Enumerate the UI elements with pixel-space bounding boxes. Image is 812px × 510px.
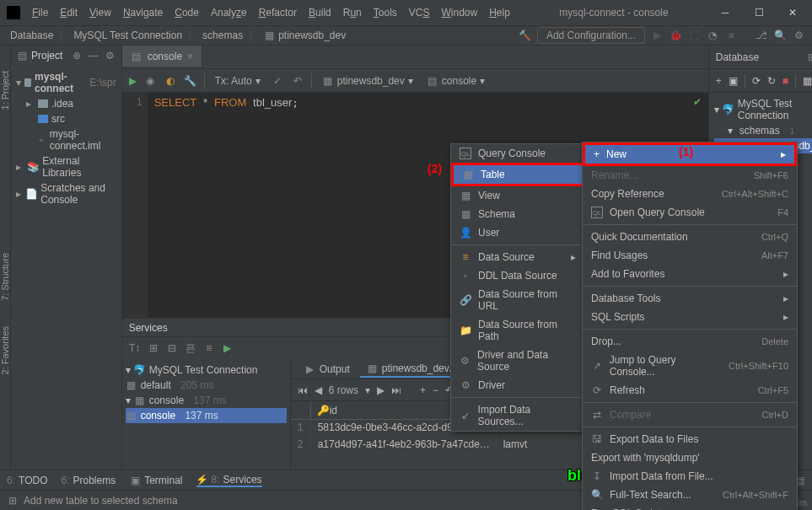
flat-icon[interactable]: ≡ [203, 342, 215, 354]
filter-icon[interactable]: T↕ [129, 342, 141, 354]
menu-driver[interactable]: ⚙Driver [451, 376, 584, 395]
tree-iml[interactable]: ▫mysql-connect.iml [16, 126, 116, 153]
close-button[interactable]: ✕ [780, 7, 805, 19]
menu-full-text-search[interactable]: 🔍Full-Text Search...Ctrl+Alt+Shift+F [583, 486, 797, 504]
tab-services[interactable]: ⚡8:Services [196, 474, 262, 487]
crumb-connection[interactable]: MySQL Test Connection [70, 30, 186, 41]
schema-select[interactable]: ▦ptinewsdb_dev ▾ [319, 73, 417, 89]
svc-console[interactable]: ▾▦console 137 ms [126, 393, 287, 408]
menu-refactor[interactable]: Refactor [254, 5, 302, 20]
tab-project[interactable]: 1: Project [0, 71, 10, 110]
menu-window[interactable]: Window [436, 5, 482, 20]
crumb-schemas[interactable]: schemas [199, 30, 246, 41]
menu-compare[interactable]: ⇄CompareCtrl+D [583, 405, 797, 424]
menu-run[interactable]: Run [338, 5, 367, 20]
commit-icon[interactable]: ✓ [271, 74, 284, 88]
menu-add-favorites[interactable]: Add to Favorites▸ [583, 265, 797, 283]
refresh-icon[interactable]: ⟳ [752, 75, 761, 87]
svc-default[interactable]: ▦default 205 ms [126, 378, 287, 393]
tree-idea[interactable]: ▸.idea [16, 96, 116, 111]
menu-quick-doc[interactable]: Quick DocumentationCtrl+Q [583, 228, 797, 246]
tab-output[interactable]: ▶Output [298, 362, 357, 377]
menu-view[interactable]: View [84, 5, 116, 20]
menu-ddl-data-source[interactable]: ▫DDL Data Source [451, 266, 584, 285]
menu-help[interactable]: Help [484, 5, 515, 20]
tab-todo[interactable]: 6:TODO [7, 475, 47, 486]
menu-import-datasources[interactable]: ↙Import Data Sources... [451, 400, 584, 431]
last-page-icon[interactable]: ⏭ [391, 384, 401, 396]
build-icon[interactable]: 🔨 [519, 29, 532, 42]
menu-sql-scripts[interactable]: SQL Scripts▸ [583, 308, 797, 326]
run-icon[interactable]: ▶ [222, 342, 234, 354]
menu-jump-query-console[interactable]: ↗Jump to Query Console...Ctrl+Shift+F10 [583, 351, 797, 381]
menu-refresh[interactable]: ⟳RefreshCtrl+F5 [583, 381, 797, 400]
gear-icon[interactable]: ⚙ [105, 50, 116, 62]
tab-favorites[interactable]: 2: Favorites [0, 326, 10, 374]
execute-plan-icon[interactable]: ◉ [143, 74, 157, 88]
menu-import-file[interactable]: ↧Import Data from File... [583, 467, 797, 486]
menu-table[interactable]: ▦Table [451, 163, 584, 186]
toggle-panels-icon[interactable]: ⊞ [7, 495, 19, 507]
coverage-icon[interactable]: ⛶ [687, 29, 701, 42]
explain-icon[interactable]: ◐ [164, 74, 177, 88]
debug-icon[interactable]: 🐞 [669, 29, 682, 42]
menu-user[interactable]: 👤User [451, 223, 584, 242]
close-tab-icon[interactable]: × [187, 51, 193, 62]
search-icon[interactable]: 🔍 [773, 29, 787, 42]
menu-code[interactable]: Code [169, 5, 204, 20]
settings-icon[interactable]: ⚙ [792, 29, 805, 42]
stop-icon[interactable]: ■ [782, 75, 788, 87]
menu-open-query-console[interactable]: QLOpen Query ConsoleF4 [583, 203, 797, 222]
layout-icon[interactable]: ⊞ [806, 51, 812, 63]
menu-navigate[interactable]: Navigate [118, 5, 168, 20]
first-page-icon[interactable]: ⏮ [298, 384, 308, 396]
tree-src[interactable]: src [16, 111, 116, 126]
console-select[interactable]: ▤console ▾ [423, 73, 488, 89]
menu-edit[interactable]: Edit [55, 5, 83, 20]
menu-find-usages[interactable]: Find UsagesAlt+F7 [583, 246, 797, 265]
menu-data-source[interactable]: ≡Data Source▸ [451, 248, 584, 266]
settings-icon[interactable]: 🔧 [184, 74, 197, 88]
col-num[interactable] [291, 401, 311, 419]
tab-structure[interactable]: 7: Structure [0, 253, 10, 301]
next-page-icon[interactable]: ▶ [377, 384, 384, 396]
menu-data-source-url[interactable]: 🔗Data Source from URL [451, 285, 584, 315]
collapse-icon[interactable]: — [88, 50, 99, 62]
add-row-icon[interactable]: + [420, 384, 426, 396]
tab-problems[interactable]: 6:Problems [61, 475, 116, 486]
svc-console-child[interactable]: ▤console 137 ms [126, 408, 287, 423]
git-icon[interactable]: ⎇ [755, 29, 768, 42]
duplicate-icon[interactable]: ▣ [729, 75, 738, 87]
expand-icon[interactable]: ⊞ [148, 342, 159, 354]
remove-row-icon[interactable]: − [433, 384, 438, 396]
tree-external[interactable]: ▸📚External Libraries [16, 153, 116, 180]
menu-tools[interactable]: Tools [368, 5, 402, 20]
menu-export-files[interactable]: 🖫Export Data to Files [583, 430, 797, 448]
select-opened-icon[interactable]: ⊕ [71, 50, 83, 62]
sync-icon[interactable]: ↻ [767, 75, 776, 87]
menu-query-console[interactable]: QLQuery Console [451, 144, 584, 163]
add-icon[interactable]: + [716, 75, 722, 87]
menu-export-mysqldump[interactable]: Export with 'mysqldump' [583, 448, 797, 467]
menu-drop[interactable]: Drop...Delete [583, 332, 797, 351]
crumb-database[interactable]: Database [7, 30, 56, 41]
tab-terminal[interactable]: ▣Terminal [129, 475, 182, 486]
crumb-db[interactable]: ▦ptinewsdb_dev [260, 30, 349, 41]
menu-copy-reference[interactable]: Copy ReferenceCtrl+Alt+Shift+C [583, 185, 797, 203]
menu-view[interactable]: ▦View [451, 186, 584, 205]
editor-tab-console[interactable]: ▤ console × [122, 46, 202, 68]
menu-file[interactable]: File [27, 5, 53, 20]
table-icon[interactable]: ▦ [803, 75, 812, 87]
menu-build[interactable]: Build [304, 5, 336, 20]
stop-icon[interactable]: ■ [724, 29, 738, 42]
db-schemas[interactable]: ▾schemas 1 [714, 123, 812, 138]
profile-icon[interactable]: ◔ [706, 29, 719, 42]
menu-database-tools[interactable]: Database Tools▸ [583, 289, 797, 308]
run-icon[interactable]: ▶ [650, 29, 664, 42]
minimize-button[interactable]: ─ [713, 7, 738, 19]
menu-analyze[interactable]: Analyze [206, 5, 252, 20]
maximize-button[interactable]: ☐ [746, 7, 772, 19]
menu-data-source-path[interactable]: 📁Data Source from Path [451, 315, 584, 346]
execute-icon[interactable]: ▶ [129, 75, 137, 87]
tree-scratches[interactable]: ▸📄Scratches and Console [16, 180, 116, 207]
